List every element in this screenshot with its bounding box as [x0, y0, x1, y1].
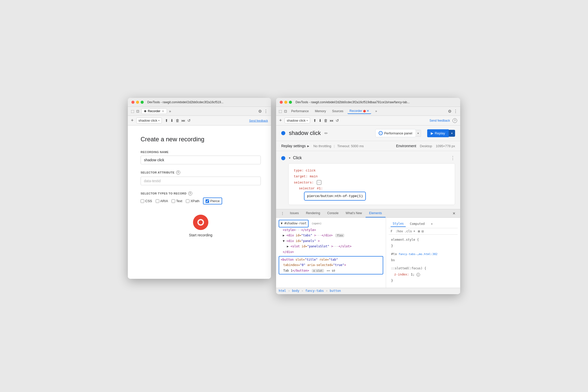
selector-attribute-input[interactable] — [141, 177, 261, 185]
delete-btn-right[interactable]: 🗑 — [324, 118, 328, 123]
breadcrumb-html[interactable]: html — [279, 289, 286, 293]
memory-tab[interactable]: Memory — [313, 109, 328, 114]
add-recording-button[interactable]: + — [131, 118, 134, 123]
step-more-icon[interactable]: ⋮ — [450, 155, 455, 161]
text-checkbox[interactable] — [172, 199, 175, 203]
delete-btn[interactable]: 🗑 — [176, 118, 179, 123]
right-recorder-toolbar: + shadow click ▾ ⬆ ⬇ 🗑 ⏭ ↺ Send feedback… — [276, 116, 460, 125]
hover-filter[interactable]: :hov — [395, 229, 403, 233]
issues-tab[interactable]: Issues — [286, 209, 302, 217]
step-over-btn-right[interactable]: ⏭ — [330, 118, 334, 123]
recording-name-input[interactable] — [141, 156, 261, 164]
css-checkbox[interactable] — [141, 199, 144, 203]
export-btn[interactable]: ⬆ — [165, 118, 168, 123]
inspect-icon[interactable]: ⊡ — [422, 229, 424, 233]
sources-tab[interactable]: Sources — [330, 109, 345, 114]
styles-panel: Styles Computed » F :hov .cls + ⊞ ⊡ — [386, 218, 460, 288]
minimize-light-right[interactable] — [284, 101, 287, 104]
code-target-line: target: main — [294, 174, 450, 179]
help-icon-right[interactable]: ? — [453, 118, 457, 123]
close-light[interactable] — [131, 101, 134, 104]
start-recording-button[interactable] — [193, 215, 208, 230]
close-bottom-panel-icon[interactable]: ✕ — [450, 209, 458, 217]
step-over-btn[interactable]: ⏭ — [182, 118, 185, 123]
performance-tab[interactable]: Performance — [289, 109, 311, 114]
right-main: shadow click ✏ ↺ Performance panel ▾ ▶ R… — [276, 125, 460, 294]
tabs-div-line: ▶ <div id="tabs" >···</div> flex — [279, 233, 383, 238]
replay-settings-toggle[interactable]: Replay settings ▶ — [281, 144, 309, 148]
edit-recording-name-icon[interactable]: ✏ — [324, 131, 328, 136]
style-source-link[interactable]: fancy-tabs-…mo.html:302 — [399, 252, 437, 256]
new-rule-icon[interactable]: ⊞ — [418, 229, 420, 233]
selector-attribute-help-icon[interactable]: ? — [176, 170, 180, 175]
close-light-right[interactable] — [280, 101, 283, 104]
selector-types-help-icon[interactable]: ? — [188, 191, 192, 195]
recording-name-label: RECORDING NAME — [141, 151, 261, 154]
more-tabs-icon[interactable]: » — [169, 109, 171, 113]
rendering-tab[interactable]: Rendering — [302, 209, 324, 217]
add-style-btn[interactable]: + — [413, 229, 415, 233]
elements-panel-split: ▼ #shadow-root (open) <style>···</style>… — [276, 218, 460, 288]
send-feedback-left[interactable]: Send feedback — [249, 119, 268, 122]
style-rules: element.style { } #ta fancy-tabs-…mo.htm… — [389, 235, 458, 286]
recording-name-selector-right[interactable]: shadow click ▾ — [285, 118, 310, 123]
step-chevron-icon[interactable]: ▼ — [288, 157, 291, 159]
more-menu-right-icon[interactable]: ⋮ — [454, 109, 458, 114]
add-recording-button-right[interactable]: + — [279, 118, 282, 123]
recorder-tab-left[interactable]: Recorder ✕ — [141, 108, 167, 114]
replay-loop-btn-right[interactable]: ↺ — [336, 118, 339, 123]
replay-settings-label-text: Replay settings — [281, 144, 306, 148]
export-btn-right[interactable]: ⬆ — [313, 118, 316, 123]
more-tabs-right[interactable]: » — [373, 109, 379, 114]
breadcrumb-button[interactable]: button — [330, 289, 341, 293]
screenshot-container: DevTools - rawgit.com/ebidel/2d2bb0cdec3… — [128, 98, 460, 294]
filter-f: F — [391, 229, 392, 233]
console-tab[interactable]: Console — [324, 209, 342, 217]
recorder-tab-right[interactable]: Recorder 🔴 ✕ — [347, 108, 371, 114]
bottom-more-btn[interactable]: ⋮ — [279, 210, 286, 216]
send-feedback-right[interactable]: Send feedback — [429, 119, 450, 122]
pierce-checkbox[interactable] — [206, 199, 209, 203]
styles-more-tab[interactable]: » — [429, 221, 435, 227]
elements-tab[interactable]: Elements — [366, 209, 386, 217]
breadcrumb-body[interactable]: body — [292, 289, 299, 293]
button-highlight[interactable]: <button slot="title" role="tab" tabindex… — [279, 256, 383, 275]
replay-button[interactable]: ▶ Replay — [427, 129, 449, 137]
styles-filter-row: F :hov .cls + ⊞ ⊡ — [389, 228, 458, 235]
recording-name-selector[interactable]: shadow click ▾ — [136, 118, 162, 123]
breadcrumb-fancy-tabs[interactable]: fancy-tabs — [305, 289, 324, 293]
cls-filter[interactable]: .cls — [404, 229, 412, 233]
maximize-light[interactable] — [141, 101, 144, 104]
left-titlebar: DevTools - rawgit.com/ebidel/2d2bb0cdec3… — [128, 98, 271, 107]
cursor-icon[interactable]: ⬚ — [131, 109, 134, 113]
perf-panel-chevron-button[interactable]: ▾ — [415, 130, 421, 137]
import-btn-right[interactable]: ⬇ — [319, 118, 322, 123]
aria-checkbox-item[interactable]: ARIA — [156, 199, 168, 203]
pierce-checkbox-item[interactable]: Pierce — [203, 198, 222, 204]
mobile-icon[interactable]: ⊡ — [136, 109, 139, 113]
xpath-checkbox[interactable] — [186, 199, 189, 203]
styles-tab[interactable]: Styles — [391, 221, 406, 227]
mobile-icon-right[interactable]: ⊡ — [284, 109, 287, 113]
cursor-icon-right[interactable]: ⬚ — [279, 109, 282, 113]
more-menu-icon[interactable]: ⋮ — [264, 109, 268, 114]
code-selectors-line: selectors: ⬚ — [294, 180, 450, 186]
whats-new-tab[interactable]: What's New — [342, 209, 366, 217]
minimize-light[interactable] — [136, 101, 139, 104]
tab-close-icon[interactable]: ✕ — [162, 110, 164, 113]
traffic-lights-left — [131, 101, 144, 104]
css-checkbox-item[interactable]: CSS — [141, 199, 152, 203]
performance-panel-button[interactable]: ↺ Performance panel — [375, 129, 416, 137]
maximize-light-right[interactable] — [289, 101, 292, 104]
replay-dropdown-button[interactable]: ▾ — [449, 130, 455, 137]
replay-loop-btn[interactable]: ↺ — [187, 118, 191, 123]
shadow-root-highlight[interactable]: ▼ #shadow-root — [279, 220, 309, 227]
aria-checkbox[interactable] — [156, 199, 159, 203]
computed-tab[interactable]: Computed — [408, 221, 427, 227]
settings-gear-right-icon[interactable]: ⚙ — [448, 109, 451, 114]
info-icon[interactable]: i — [416, 273, 420, 276]
settings-gear-icon[interactable]: ⚙ — [258, 109, 262, 114]
xpath-checkbox-item[interactable]: XPath — [186, 199, 199, 203]
text-checkbox-item[interactable]: Text — [172, 199, 182, 203]
import-btn[interactable]: ⬇ — [170, 118, 174, 123]
